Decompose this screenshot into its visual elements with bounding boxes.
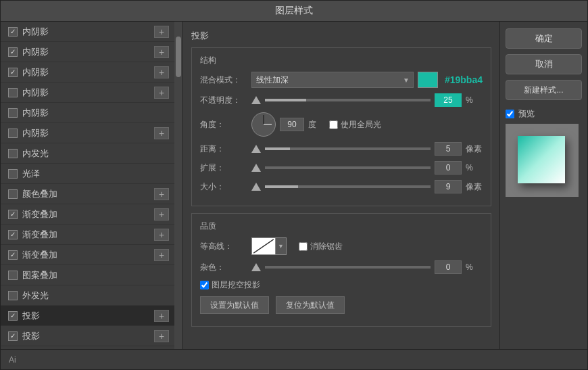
layer-checkbox-0[interactable] — [8, 27, 18, 37]
layer-checkbox-6[interactable] — [8, 149, 18, 158]
dialog-root: 图层样式 内阴影+内阴影+内阴影+内阴影+内阴影内阴影+内发光光泽颜色叠加+渐变… — [0, 0, 588, 370]
layer-plus-btn-0[interactable]: + — [154, 26, 169, 38]
layer-item-15[interactable]: 投影+ — [1, 326, 174, 346]
layer-checkbox-7[interactable] — [8, 169, 18, 179]
set-default-button[interactable]: 设置为默认值 — [200, 296, 269, 314]
layer-checkbox-9[interactable] — [8, 210, 18, 219]
reset-default-button[interactable]: 复位为默认值 — [276, 296, 345, 314]
layer-label-10: 渐变叠加 — [22, 229, 154, 241]
layer-item-4[interactable]: 内阴影 — [1, 103, 174, 123]
layer-checkbox-3[interactable] — [8, 88, 18, 97]
distance-unit: 像素 — [466, 143, 483, 155]
spread-input[interactable] — [435, 161, 462, 175]
spread-slider-track[interactable] — [265, 166, 431, 169]
spread-slider-handle[interactable] — [251, 164, 261, 172]
layer-item-3[interactable]: 内阴影+ — [1, 83, 174, 103]
scrollbar[interactable] — [174, 22, 182, 349]
scroll-thumb[interactable] — [176, 37, 181, 77]
layer-label-3: 内阴影 — [22, 87, 154, 99]
layer-checkbox-13[interactable] — [8, 291, 18, 300]
layer-item-5[interactable]: 内阴影+ — [1, 123, 174, 143]
layer-item-11[interactable]: 渐变叠加+ — [1, 245, 174, 265]
layer-checkbox-11[interactable] — [8, 250, 18, 260]
noise-slider-handle[interactable] — [251, 263, 261, 271]
color-swatch[interactable] — [418, 72, 438, 88]
cancel-button[interactable]: 取消 — [506, 54, 582, 74]
opacity-unit: % — [466, 95, 483, 105]
layer-item-7[interactable]: 光泽 — [1, 164, 174, 184]
layer-checkbox-5[interactable] — [8, 129, 18, 138]
noise-slider-track[interactable] — [265, 266, 431, 269]
preview-checkbox[interactable] — [506, 110, 514, 118]
layer-item-0[interactable]: 内阴影+ — [1, 22, 174, 42]
layer-checkbox-4[interactable] — [8, 108, 18, 118]
layer-item-6[interactable]: 内发光 — [1, 143, 174, 164]
layer-checkbox-8[interactable] — [8, 189, 18, 199]
size-slider-handle[interactable] — [251, 183, 261, 191]
noise-input[interactable] — [435, 260, 462, 274]
layer-label-13: 外发光 — [22, 290, 169, 302]
layer-item-9[interactable]: 渐变叠加+ — [1, 204, 174, 225]
layer-item-13[interactable]: 外发光 — [1, 285, 174, 306]
layer-knockout-checkbox-row[interactable]: 图层挖空投影 — [200, 279, 260, 291]
layer-checkbox-12[interactable] — [8, 271, 18, 280]
layer-plus-btn-3[interactable]: + — [154, 87, 169, 99]
layer-label-7: 光泽 — [22, 168, 169, 180]
structure-label: 结构 — [200, 55, 483, 66]
blend-mode-select[interactable]: 线性加深 正常 溶解 正片叠底 — [251, 72, 414, 88]
size-slider-track[interactable] — [265, 185, 431, 188]
contour-dropdown-arrow[interactable]: ▼ — [276, 237, 287, 255]
layer-check-area-14 — [6, 311, 20, 321]
distance-slider-handle[interactable] — [251, 145, 261, 153]
angle-dial[interactable] — [251, 112, 276, 137]
layer-check-area-4 — [6, 108, 20, 118]
size-input[interactable] — [435, 180, 462, 193]
anti-alias-label: 消除锯齿 — [310, 241, 343, 252]
new-style-button[interactable]: 新建样式... — [506, 80, 582, 100]
layer-item-8[interactable]: 颜色叠加+ — [1, 184, 174, 204]
layer-item-12[interactable]: 图案叠加 — [1, 265, 174, 285]
layer-item-2[interactable]: 内阴影+ — [1, 62, 174, 83]
layer-plus-btn-14[interactable]: + — [154, 310, 169, 322]
opacity-input[interactable] — [435, 93, 462, 107]
layer-plus-btn-15[interactable]: + — [154, 330, 169, 342]
layer-plus-btn-8[interactable]: + — [154, 188, 169, 200]
layer-check-area-5 — [6, 129, 20, 138]
angle-input[interactable] — [280, 118, 304, 131]
global-light-checkbox-row[interactable]: 使用全局光 — [329, 119, 381, 131]
size-label: 大小： — [200, 181, 247, 193]
distance-slider-track[interactable] — [265, 147, 431, 150]
layer-item-14[interactable]: 投影+ — [1, 306, 174, 326]
layer-checkbox-14[interactable] — [8, 311, 18, 321]
left-panel: 内阴影+内阴影+内阴影+内阴影+内阴影内阴影+内发光光泽颜色叠加+渐变叠加+渐变… — [1, 22, 174, 349]
layer-plus-btn-5[interactable]: + — [154, 127, 169, 139]
layer-checkbox-15[interactable] — [8, 331, 18, 341]
layer-label-4: 内阴影 — [22, 107, 169, 119]
distance-input[interactable] — [435, 142, 462, 156]
layer-checkbox-2[interactable] — [8, 68, 18, 77]
noise-unit: % — [466, 262, 483, 272]
layer-item-10[interactable]: 渐变叠加+ — [1, 225, 174, 245]
layer-plus-btn-1[interactable]: + — [154, 46, 169, 58]
opacity-slider-track[interactable] — [265, 99, 431, 101]
anti-alias-checkbox[interactable] — [299, 242, 308, 251]
preview-area: 预览 — [506, 108, 582, 197]
distance-label: 距离： — [200, 143, 247, 155]
layer-plus-btn-2[interactable]: + — [154, 66, 169, 78]
layer-item-1[interactable]: 内阴影+ — [1, 42, 174, 62]
angle-row: 角度： 度 使用全局光 — [200, 112, 483, 137]
global-light-checkbox[interactable] — [329, 120, 338, 129]
layer-plus-btn-10[interactable]: + — [154, 229, 169, 241]
opacity-slider-handle[interactable] — [251, 96, 261, 104]
layer-knockout-checkbox[interactable] — [200, 281, 209, 290]
layer-plus-btn-11[interactable]: + — [154, 249, 169, 261]
contour-select-wrapper: ▼ — [251, 237, 287, 255]
layer-checkbox-1[interactable] — [8, 47, 18, 57]
contour-preview[interactable] — [251, 237, 276, 255]
anti-alias-row[interactable]: 消除锯齿 — [299, 241, 343, 252]
confirm-button[interactable]: 确定 — [506, 28, 582, 49]
layer-label-11: 渐变叠加 — [22, 249, 154, 261]
layer-plus-btn-9[interactable]: + — [154, 208, 169, 221]
left-panel-wrapper: 内阴影+内阴影+内阴影+内阴影+内阴影内阴影+内发光光泽颜色叠加+渐变叠加+渐变… — [1, 22, 183, 349]
layer-checkbox-10[interactable] — [8, 230, 18, 239]
